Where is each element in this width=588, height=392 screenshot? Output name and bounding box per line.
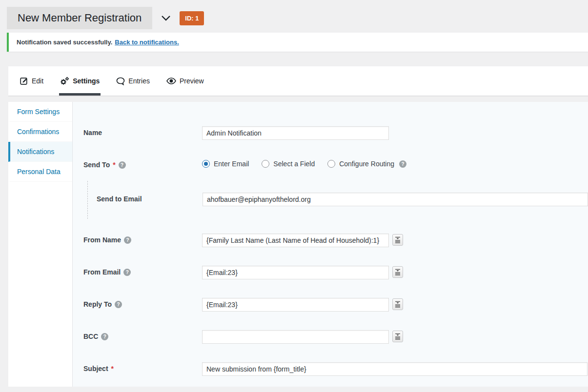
subject-label: Subject *	[83, 362, 202, 372]
sidebar-item-confirmations[interactable]: Confirmations	[8, 122, 72, 142]
reply-to-label: Reply To	[83, 298, 202, 308]
subject-input[interactable]	[202, 362, 588, 376]
tab-label: Entries	[128, 77, 150, 85]
gears-icon	[60, 77, 69, 85]
tab-entries[interactable]: Entries	[116, 66, 150, 96]
from-name-input[interactable]	[202, 234, 389, 247]
name-input[interactable]	[202, 126, 389, 140]
form-toolbar-tabs: Edit Setting	[8, 66, 588, 96]
name-label: Name	[83, 126, 202, 137]
required-asterisk: *	[113, 161, 115, 169]
from-email-label: From Email	[83, 266, 202, 276]
merge-tag-button[interactable]	[392, 331, 403, 342]
send-to-email-section: Send to Email	[87, 181, 588, 219]
chevron-down-icon[interactable]	[159, 13, 173, 23]
notification-settings-form: Name Send To * Enter Email Select a Fiel…	[73, 102, 588, 387]
help-icon[interactable]	[101, 333, 108, 340]
send-to-row: Send To * Enter Email Select a Field Con…	[83, 158, 588, 169]
help-icon[interactable]	[399, 160, 406, 168]
required-asterisk: *	[111, 365, 114, 372]
sidebar-item-notifications[interactable]: Notifications	[8, 142, 72, 162]
name-row: Name	[83, 126, 588, 140]
from-name-row: From Name	[83, 234, 588, 247]
from-email-row: From Email	[83, 266, 588, 279]
send-to-email-row: Send to Email	[97, 193, 588, 206]
radio-icon	[262, 160, 269, 168]
tab-label: Settings	[73, 77, 100, 85]
settings-panel: Form Settings Confirmations Notification…	[8, 102, 588, 387]
bcc-input[interactable]	[202, 330, 389, 344]
reply-to-input[interactable]	[202, 298, 389, 312]
help-icon[interactable]	[119, 161, 126, 169]
form-title-switcher[interactable]: New Member Registration	[7, 7, 152, 29]
page-header: New Member Registration ID: 1	[7, 7, 588, 29]
help-icon[interactable]	[124, 236, 131, 244]
tab-label: Preview	[180, 77, 204, 85]
form-id-badge: ID: 1	[180, 11, 204, 25]
merge-tag-button[interactable]	[392, 266, 403, 278]
success-notice: Notification saved successfully. Back to…	[7, 33, 588, 52]
subject-row: Subject *	[83, 362, 588, 376]
back-to-notifications-link[interactable]: Back to notifications.	[115, 39, 179, 46]
eye-icon	[166, 78, 176, 84]
settings-sidebar: Form Settings Confirmations Notification…	[8, 102, 73, 387]
merge-tag-button[interactable]	[392, 298, 403, 310]
help-icon[interactable]	[115, 301, 122, 308]
tab-settings[interactable]: Settings	[60, 66, 100, 96]
merge-tag-button[interactable]	[392, 234, 403, 246]
sidebar-item-personal-data[interactable]: Personal Data	[8, 162, 72, 182]
notice-message: Notification saved successfully.	[17, 39, 112, 46]
edit-icon	[20, 77, 28, 85]
tab-preview[interactable]: Preview	[166, 66, 204, 96]
radio-configure-routing[interactable]: Configure Routing	[327, 160, 394, 168]
from-name-label: From Name	[83, 234, 202, 244]
from-email-input[interactable]	[202, 266, 389, 279]
help-icon[interactable]	[123, 269, 131, 276]
sidebar-item-form-settings[interactable]: Form Settings	[8, 102, 72, 122]
radio-icon	[327, 160, 335, 168]
reply-to-row: Reply To	[83, 298, 588, 312]
radio-enter-email[interactable]: Enter Email	[202, 160, 249, 168]
radio-icon	[202, 160, 210, 168]
bcc-label: BCC	[83, 330, 202, 340]
send-to-email-label: Send to Email	[97, 193, 203, 203]
bcc-row: BCC	[83, 330, 588, 344]
send-to-email-input[interactable]	[203, 193, 588, 206]
tab-label: Edit	[32, 77, 43, 85]
speech-bubble-icon	[116, 77, 125, 85]
send-to-label: Send To *	[83, 158, 202, 169]
tab-edit[interactable]: Edit	[20, 66, 43, 96]
radio-select-a-field[interactable]: Select a Field	[262, 160, 315, 168]
send-to-radio-group: Enter Email Select a Field Configure Rou…	[202, 158, 406, 168]
